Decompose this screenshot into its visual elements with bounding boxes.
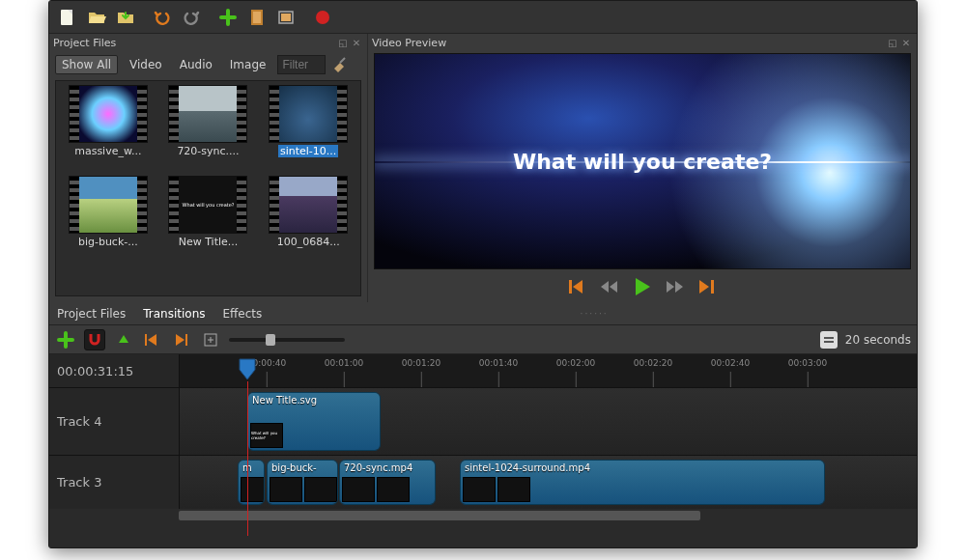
ruler-tick: 00:02:00 [556,358,595,368]
next-marker-button[interactable] [171,329,192,350]
ruler-tick: 00:02:20 [634,358,672,368]
jump-end-button[interactable] [698,279,716,294]
track-header[interactable]: Track 4 [49,388,180,455]
track-row: Track 3mbig-buck-720-sync.mp4sintel-1024… [49,455,917,509]
video-preview-pane: Video Preview ◱ ✕ What will you create? [368,34,917,302]
track-header[interactable]: Track 3 [49,456,180,509]
svg-rect-8 [145,334,147,346]
filter-showall-tab[interactable]: Show All [55,55,118,74]
file-label: big-buck-... [78,236,138,248]
clip[interactable]: m [238,460,265,505]
tab-project-files[interactable]: Project Files [55,303,128,324]
prev-marker-button[interactable] [142,329,163,350]
svg-rect-7 [711,280,714,294]
import-files-button[interactable] [215,5,241,30]
timeline-toolbar: 20 seconds [49,325,917,354]
dock-tabs: Project Files Transitions Effects ······ [49,302,917,325]
new-project-button[interactable] [55,5,80,30]
track-lane[interactable]: New Title.svgWhat will you create? [180,388,917,455]
fastforward-button[interactable] [666,280,685,294]
file-label: sintel-10... [278,145,338,157]
filter-image-tab[interactable]: Image [224,56,272,73]
export-button[interactable] [310,5,335,30]
undo-button[interactable] [150,5,175,30]
file-item[interactable]: What will you create?New Title... [160,176,257,263]
project-files-pane: Project Files ◱ ✕ Show All Video Audio I… [49,34,368,302]
add-track-button[interactable] [55,329,76,350]
timeline: 00:00:31:15 00:00:4000:01:0000:01:2000:0… [49,354,917,547]
center-playhead-button[interactable] [200,329,221,350]
svg-point-5 [316,11,329,24]
play-button[interactable] [633,277,652,296]
clear-filter-icon[interactable] [331,55,351,74]
file-filter-row: Show All Video Audio Image [49,51,367,78]
file-label: massive_w... [74,145,141,157]
clip[interactable]: big-buck- [267,460,338,505]
redo-button[interactable] [179,5,204,30]
rewind-button[interactable] [600,280,619,294]
track-row: Track 4New Title.svgWhat will you create… [49,387,917,455]
undock-icon[interactable]: ◱ [336,36,350,49]
main-toolbar [49,1,917,34]
close-pane-icon[interactable]: ✕ [350,36,363,49]
preview-overlay-text: What will you create? [375,150,910,174]
open-project-button[interactable] [84,5,109,30]
file-item[interactable]: sintel-10... [260,85,356,172]
profile-button[interactable] [244,5,270,30]
ruler-tick: 00:01:40 [479,358,518,368]
duration-label: 20 seconds [845,333,911,347]
tab-effects[interactable]: Effects [221,303,265,324]
app-window: Project Files ◱ ✕ Show All Video Audio I… [48,0,918,548]
splitter-handle[interactable]: ······ [277,309,911,319]
ruler-tick: 00:03:00 [788,358,827,368]
svg-rect-11 [824,337,834,339]
ruler-tick: 00:01:20 [402,358,440,368]
svg-rect-2 [253,12,261,23]
time-ruler[interactable]: 00:00:4000:01:0000:01:2000:01:4000:02:00… [180,354,917,387]
file-item[interactable]: big-buck-... [60,176,156,263]
clip[interactable]: sintel-1024-surround.mp4 [460,460,825,505]
clip[interactable]: New Title.svgWhat will you create? [247,392,381,451]
undock-icon[interactable]: ◱ [886,36,899,49]
svg-rect-4 [281,14,291,21]
tab-transitions[interactable]: Transitions [141,303,207,324]
timeline-h-scrollbar[interactable] [53,509,913,522]
duration-icon[interactable] [820,331,838,349]
file-item[interactable]: 720-sync.... [160,85,257,172]
zoom-slider[interactable] [229,338,345,342]
transport-controls [368,271,917,302]
ruler-tick: 00:01:00 [325,358,363,368]
fullscreen-button[interactable] [273,5,298,30]
add-marker-button[interactable] [113,329,134,350]
file-label: 100_0684... [277,236,340,248]
snap-button[interactable] [84,329,105,350]
files-grid: massive_w...720-sync....sintel-10...big-… [55,80,361,296]
jump-start-button[interactable] [569,279,586,294]
svg-rect-12 [824,341,834,343]
clip[interactable]: 720-sync.mp4 [339,460,436,505]
file-item[interactable]: massive_w... [60,85,156,172]
project-files-title: Project Files [53,37,116,49]
video-preview[interactable]: What will you create? [374,53,911,269]
file-label: 720-sync.... [177,145,239,157]
timecode-display: 00:00:31:15 [49,354,180,387]
track-lane[interactable]: mbig-buck-720-sync.mp4sintel-1024-surrou… [180,456,917,509]
filter-video-tab[interactable]: Video [124,56,168,73]
filter-audio-tab[interactable]: Audio [174,56,218,73]
ruler-tick: 00:02:40 [711,358,750,368]
close-pane-icon[interactable]: ✕ [899,36,913,49]
video-preview-title: Video Preview [372,37,446,49]
playhead[interactable] [239,358,256,381]
file-item[interactable]: 100_0684... [260,176,356,263]
svg-rect-9 [185,334,187,346]
save-project-button[interactable] [113,5,138,30]
filter-input[interactable] [277,55,326,74]
svg-rect-6 [569,280,572,294]
file-label: New Title... [179,236,239,248]
